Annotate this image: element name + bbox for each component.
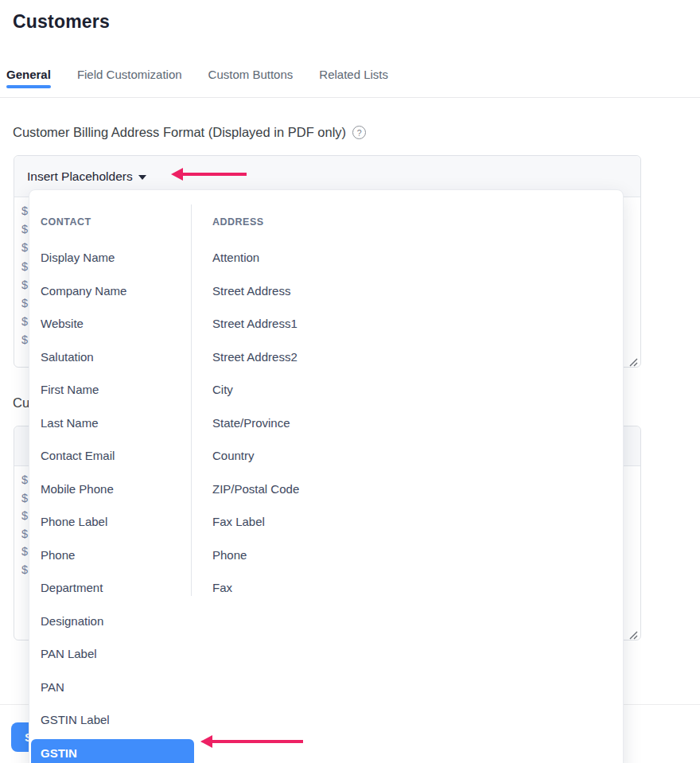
resize-handle-icon[interactable]: [628, 629, 638, 638]
menu-item-pan-label[interactable]: PAN Label: [31, 637, 194, 671]
menu-item-phone[interactable]: Phone: [31, 539, 194, 572]
tab-bar: General Field Customization Custom Butto…: [6, 68, 388, 95]
menu-item-fax-label[interactable]: Fax Label: [203, 505, 366, 539]
tab-custom-buttons[interactable]: Custom Buttons: [208, 68, 294, 95]
tab-bar-divider: [0, 97, 700, 98]
menu-item-street-address2[interactable]: Street Address2: [203, 341, 366, 374]
arrow-to-gstin-item: [200, 735, 303, 748]
menu-item-salutation[interactable]: Salutation: [31, 341, 194, 374]
tab-general[interactable]: General: [6, 68, 51, 95]
menu-item-city[interactable]: City: [203, 373, 366, 407]
menu-item-zip-postal-code[interactable]: ZIP/Postal Code: [203, 473, 366, 506]
menu-item-phone-label[interactable]: Phone Label: [31, 505, 194, 539]
menu-item-pan[interactable]: PAN: [31, 671, 194, 704]
menu-column-header: ADDRESS: [203, 212, 366, 232]
tab-related-lists[interactable]: Related Lists: [319, 68, 388, 95]
arrow-to-insert-placeholders: [171, 168, 247, 181]
menu-item-department[interactable]: Department: [31, 571, 194, 605]
menu-column-contact: CONTACTDisplay NameCompany NameWebsiteSa…: [31, 206, 194, 763]
menu-column-divider: [191, 204, 192, 596]
menu-column-address: ADDRESSAttentionStreet AddressStreet Add…: [203, 206, 366, 605]
menu-item-designation[interactable]: Designation: [31, 605, 194, 638]
menu-item-gstin-label[interactable]: GSTIN Label: [31, 703, 194, 737]
menu-item-street-address1[interactable]: Street Address1: [203, 307, 366, 341]
menu-item-fax[interactable]: Fax: [203, 571, 366, 605]
menu-item-attention[interactable]: Attention: [203, 241, 366, 274]
menu-item-street-address[interactable]: Street Address: [203, 274, 366, 308]
menu-item-last-name[interactable]: Last Name: [31, 407, 194, 440]
tab-field-customization[interactable]: Field Customization: [77, 68, 182, 95]
menu-item-company-name[interactable]: Company Name: [31, 274, 194, 308]
menu-column-header: CONTACT: [31, 212, 194, 232]
customers-settings-page: Customers General Field Customization Cu…: [0, 0, 700, 763]
question-mark-circle-icon[interactable]: ?: [352, 126, 366, 139]
arrow-tail: [181, 173, 247, 176]
arrow-tail: [210, 740, 303, 743]
menu-item-contact-email[interactable]: Contact Email: [31, 439, 194, 473]
menu-item-mobile-phone[interactable]: Mobile Phone: [31, 473, 194, 506]
menu-item-website[interactable]: Website: [31, 307, 194, 341]
billing-address-format-heading: Customer Billing Address Format (Display…: [13, 125, 366, 140]
chevron-down-icon: [138, 175, 146, 180]
menu-item-first-name[interactable]: First Name: [31, 373, 194, 407]
shipping-address-format-heading: Cu: [13, 395, 29, 411]
insert-placeholders-button[interactable]: Insert Placeholders: [27, 169, 146, 184]
page-title: Customers: [13, 11, 110, 33]
menu-item-phone[interactable]: Phone: [203, 539, 366, 572]
menu-item-state-province[interactable]: State/Province: [203, 407, 366, 440]
insert-placeholders-menu: CONTACTDisplay NameCompany NameWebsiteSa…: [29, 189, 624, 763]
menu-item-display-name[interactable]: Display Name: [31, 241, 194, 274]
menu-item-gstin-selected[interactable]: GSTIN: [31, 739, 194, 763]
menu-item-country[interactable]: Country: [203, 439, 366, 473]
shipping-heading-text: Cu: [13, 395, 29, 411]
billing-heading-text: Customer Billing Address Format (Display…: [13, 125, 346, 140]
insert-placeholders-label: Insert Placeholders: [27, 169, 133, 184]
resize-handle-icon[interactable]: [628, 356, 638, 365]
